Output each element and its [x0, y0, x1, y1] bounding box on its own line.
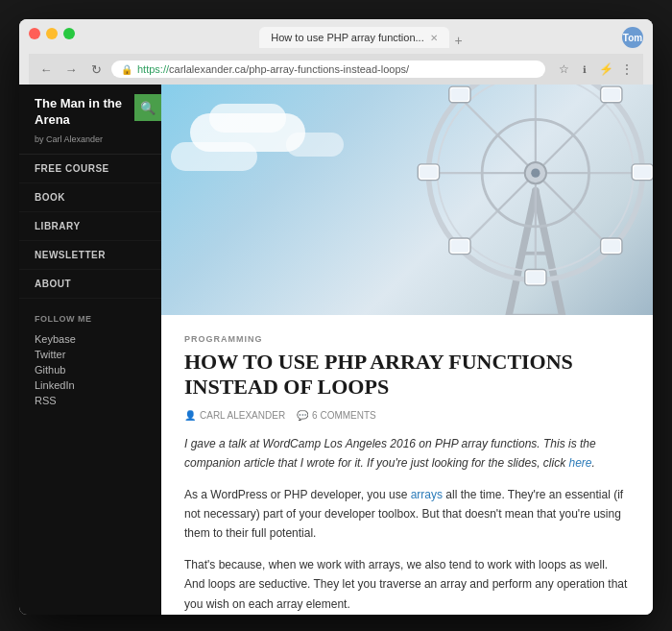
- nav-link-free-course[interactable]: FREE COURSE: [19, 155, 161, 182]
- search-icon: 🔍: [140, 101, 156, 115]
- info-icon[interactable]: ℹ: [576, 61, 593, 78]
- svg-rect-34: [451, 240, 469, 253]
- extensions-icon[interactable]: ⚡: [597, 61, 614, 78]
- article-body: I gave a talk at WordCamp Los Angeles 20…: [184, 434, 630, 615]
- nav-item-library[interactable]: LIBRARY: [19, 212, 161, 241]
- sidebar-follow-section: FOLLOW ME Keybase Twitter Github LinkedI…: [19, 299, 161, 414]
- intro-link[interactable]: here: [568, 456, 591, 470]
- article-meta: 👤 CARL ALEXANDER 💬 6 COMMENTS: [184, 410, 630, 421]
- arrays-link[interactable]: arrays: [411, 488, 443, 501]
- nav-link-newsletter[interactable]: NEWSLETTER: [19, 241, 161, 269]
- new-tab-button[interactable]: +: [451, 33, 467, 48]
- svg-rect-36: [420, 166, 438, 179]
- category-tag: PROGRAMMING: [184, 334, 630, 344]
- article-title: HOW TO USE PHP ARRAY FUNCTIONS INSTEAD O…: [184, 350, 630, 400]
- nav-link-about[interactable]: ABOUT: [19, 270, 161, 298]
- site-byline: by Carl Alexander: [19, 133, 161, 154]
- social-link-rss[interactable]: RSS: [35, 393, 146, 408]
- social-link-keybase[interactable]: Keybase: [35, 331, 146, 347]
- sidebar: The Man in the Arena by Carl Alexander 🔍…: [19, 85, 161, 615]
- bookmark-icon[interactable]: ☆: [555, 61, 572, 78]
- intro-paragraph: I gave a talk at WordCamp Los Angeles 20…: [184, 434, 630, 473]
- nav-item-free-course[interactable]: FREE COURSE: [19, 155, 161, 183]
- social-link-linkedin[interactable]: LinkedIn: [35, 377, 146, 393]
- traffic-lights: [29, 28, 75, 39]
- sidebar-nav: FREE COURSE BOOK LIBRARY NEWSLETTER ABOU…: [19, 154, 161, 299]
- page-content: The Man in the Arena by Carl Alexander 🔍…: [19, 85, 653, 615]
- tab-title: How to use PHP array function...: [271, 32, 423, 43]
- url-display: https://carlalexander.ca/php-array-funct…: [137, 63, 409, 75]
- search-button[interactable]: 🔍: [134, 94, 161, 121]
- nav-link-book[interactable]: BOOK: [19, 183, 161, 211]
- cloud-2: [209, 104, 286, 133]
- user-icon: 👤: [184, 410, 196, 421]
- minimize-button[interactable]: [46, 28, 58, 39]
- address-field[interactable]: 🔒 https://carlalexander.ca/php-array-fun…: [111, 61, 545, 78]
- forward-button[interactable]: →: [61, 60, 81, 79]
- lock-icon: 🔒: [121, 64, 132, 75]
- article-author: 👤 CARL ALEXANDER: [184, 410, 285, 421]
- svg-rect-28: [634, 166, 652, 179]
- hero-image: [161, 85, 653, 315]
- svg-rect-38: [451, 88, 469, 101]
- social-links: Keybase Twitter Github LinkedIn RSS: [35, 331, 146, 408]
- svg-rect-30: [603, 240, 621, 253]
- browser-chrome: How to use PHP array function... ✕ + Tom…: [19, 19, 653, 85]
- reload-button[interactable]: ↻: [86, 60, 106, 79]
- site-name: The Man in the Arena: [35, 96, 146, 129]
- fullscreen-button[interactable]: [63, 28, 75, 39]
- cloud-4: [286, 133, 344, 157]
- svg-point-40: [531, 169, 540, 178]
- browser-actions: ☆ ℹ ⚡ ⋮: [555, 61, 636, 78]
- social-link-github[interactable]: Github: [35, 362, 146, 377]
- nav-link-library[interactable]: LIBRARY: [19, 212, 161, 240]
- nav-item-book[interactable]: BOOK: [19, 183, 161, 212]
- close-button[interactable]: [29, 28, 40, 39]
- article-comments[interactable]: 💬 6 COMMENTS: [297, 410, 376, 421]
- paragraph-1: As a WordPress or PHP developer, you use…: [184, 485, 630, 544]
- browser-window: How to use PHP array function... ✕ + Tom…: [19, 19, 653, 615]
- nav-item-about[interactable]: ABOUT: [19, 270, 161, 299]
- follow-section-title: FOLLOW ME: [35, 314, 146, 324]
- tab-bar: How to use PHP array function... ✕ +: [259, 27, 466, 48]
- ferris-wheel-svg: [346, 85, 653, 315]
- back-button[interactable]: ←: [36, 60, 56, 79]
- comment-icon: 💬: [297, 410, 308, 421]
- menu-icon[interactable]: ⋮: [618, 61, 636, 78]
- nav-item-newsletter[interactable]: NEWSLETTER: [19, 241, 161, 270]
- nav-menu: FREE COURSE BOOK LIBRARY NEWSLETTER ABOU…: [19, 154, 161, 299]
- svg-rect-26: [603, 88, 621, 101]
- paragraph-2: That's because, when we work with arrays…: [184, 555, 630, 614]
- tab-close-icon[interactable]: ✕: [430, 33, 438, 43]
- svg-rect-32: [527, 271, 545, 283]
- article-content: PROGRAMMING HOW TO USE PHP ARRAY FUNCTIO…: [161, 315, 653, 615]
- active-tab[interactable]: How to use PHP array function... ✕: [259, 27, 448, 48]
- social-link-twitter[interactable]: Twitter: [35, 347, 146, 362]
- main-content: PROGRAMMING HOW TO USE PHP ARRAY FUNCTIO…: [161, 85, 653, 615]
- address-bar-row: ← → ↻ 🔒 https://carlalexander.ca/php-arr…: [29, 54, 643, 85]
- cloud-3: [171, 142, 257, 171]
- user-avatar: Tom: [622, 27, 643, 48]
